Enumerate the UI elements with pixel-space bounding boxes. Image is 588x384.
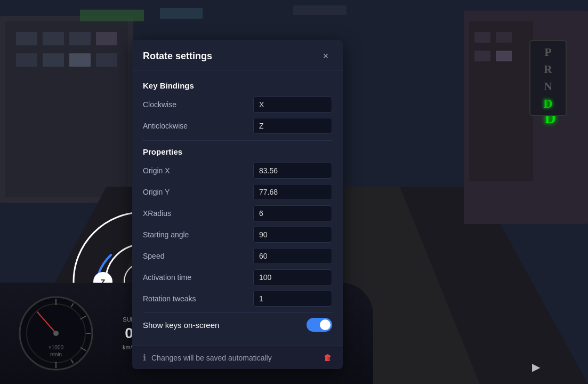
origin-y-label: Origin Y — [143, 188, 170, 196]
modal-body: Key Bindings Clockwise Anticlockwise Pro… — [132, 70, 343, 346]
svg-rect-4 — [43, 32, 64, 45]
starting-angle-label: Starting angle — [143, 230, 189, 239]
svg-rect-2 — [5, 21, 128, 197]
origin-x-field-row: Origin X — [143, 163, 332, 179]
clockwise-label: Clockwise — [143, 100, 176, 109]
gear-D-display: D — [543, 97, 552, 111]
svg-rect-7 — [16, 53, 37, 67]
tachometer: ×1000 r/min — [16, 293, 96, 373]
starting-angle-input[interactable] — [253, 227, 332, 243]
show-keys-toggle[interactable] — [307, 318, 332, 332]
close-button[interactable]: × — [319, 50, 332, 62]
svg-rect-10 — [96, 53, 117, 67]
info-icon: ℹ — [143, 353, 146, 363]
svg-rect-22 — [80, 10, 144, 21]
key-bindings-section-title: Key Bindings — [143, 81, 332, 90]
gear-R-display: R — [544, 62, 552, 76]
svg-rect-8 — [43, 53, 64, 67]
modal-footer: ℹ Changes will be saved automatically 🗑 — [132, 346, 343, 369]
rotation-tweaks-label: Rotation tweaks — [143, 294, 196, 303]
svg-rect-24 — [293, 5, 347, 15]
origin-x-input[interactable] — [253, 163, 332, 179]
svg-point-49 — [53, 331, 59, 336]
origin-x-label: Origin X — [143, 166, 170, 175]
speed-field-row: Speed — [143, 248, 332, 264]
xradius-input[interactable] — [253, 205, 332, 221]
speed-label: Speed — [143, 252, 164, 260]
clockwise-field-row: Clockwise — [143, 97, 332, 113]
gear-P-display: P — [544, 45, 551, 59]
show-keys-label: Show keys on-screen — [143, 321, 219, 330]
trash-icon[interactable]: 🗑 — [324, 353, 332, 363]
rotate-settings-modal: Rotate settings × Key Bindings Clockwise… — [132, 40, 343, 369]
starting-angle-field-row: Starting angle — [143, 227, 332, 243]
svg-text:×1000: ×1000 — [49, 345, 64, 350]
svg-text:r/min: r/min — [50, 351, 62, 357]
svg-rect-18 — [474, 32, 490, 43]
rotation-tweaks-field-row: Rotation tweaks — [143, 291, 332, 307]
toggle-thumb — [320, 319, 331, 330]
origin-y-input[interactable] — [253, 184, 332, 200]
show-keys-toggle-row: Show keys on-screen — [143, 312, 332, 337]
svg-rect-21 — [496, 51, 512, 61]
properties-section-title: Properties — [143, 147, 332, 156]
rotation-tweaks-input[interactable] — [253, 291, 332, 307]
section-separator — [143, 140, 332, 141]
gear-selector-box: P R N D — [529, 40, 567, 116]
xradius-field-row: XRadius — [143, 205, 332, 221]
svg-rect-20 — [474, 51, 490, 61]
anticlockwise-label: Anticlockwise — [143, 122, 188, 130]
speed-input[interactable] — [253, 248, 332, 264]
origin-y-field-row: Origin Y — [143, 184, 332, 200]
xradius-label: XRadius — [143, 209, 171, 218]
svg-rect-9 — [69, 53, 91, 67]
activation-time-label: Activation time — [143, 273, 191, 282]
anticlockwise-field-row: Anticlockwise — [143, 118, 332, 134]
modal-title: Rotate settings — [143, 51, 212, 62]
modal-header: Rotate settings × — [132, 40, 343, 70]
clockwise-input[interactable] — [253, 97, 332, 113]
activation-time-field-row: Activation time — [143, 269, 332, 285]
svg-rect-3 — [16, 32, 37, 45]
svg-rect-17 — [469, 21, 533, 181]
activation-time-input[interactable] — [253, 269, 332, 285]
svg-rect-19 — [496, 32, 512, 43]
gear-N-display: N — [544, 79, 552, 93]
svg-rect-23 — [160, 8, 203, 19]
svg-rect-5 — [69, 32, 91, 45]
bottom-right-arrow: ▶ — [532, 361, 540, 373]
svg-rect-6 — [96, 32, 117, 45]
anticlockwise-input[interactable] — [253, 118, 332, 134]
auto-save-text: Changes will be saved automatically — [151, 354, 318, 362]
